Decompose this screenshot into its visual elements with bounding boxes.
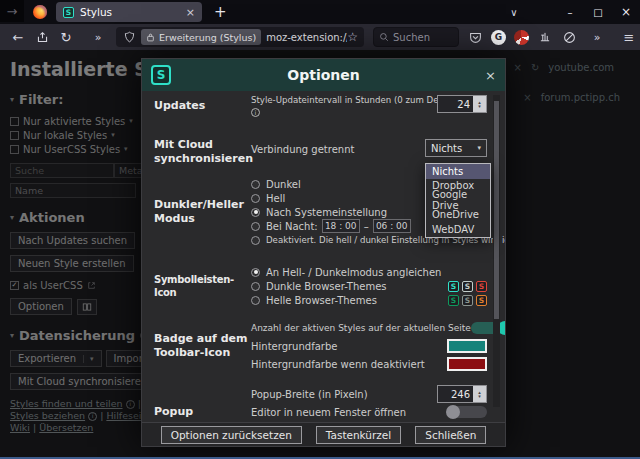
radio-icon[interactable] [251, 222, 260, 231]
badge-bg-disabled-label: Hintergrundfarbe wenn deaktiviert [251, 359, 425, 370]
dropdown-option-nichts[interactable]: Nichts [426, 164, 490, 179]
modal-scrollbar[interactable] [493, 95, 500, 407]
toolbar-overflow-icon[interactable]: » [86, 26, 110, 48]
blocker-icon[interactable] [561, 26, 577, 48]
stylus-icon-green: S [448, 295, 459, 306]
shield-icon[interactable] [122, 26, 136, 48]
stylus-icon-teal: S [448, 281, 459, 292]
radio-icon[interactable] [251, 194, 260, 203]
maximize-button[interactable]: □ [584, 0, 612, 24]
radio-icon-dark-themes[interactable]: Dunkle Browser-Themes S S S [251, 279, 487, 293]
stylus-icon-darkgray: S [462, 295, 473, 306]
extensions-overflow-icon[interactable]: » [585, 26, 609, 48]
modal-close-icon[interactable]: × [485, 68, 496, 83]
minimize-button[interactable]: – [556, 0, 584, 24]
url-text: moz-extension://b3cc3d04- [266, 32, 347, 43]
light-theme-icon-set: S S S [448, 295, 487, 306]
back-icon[interactable]: ← [6, 26, 30, 48]
popup-width-input[interactable] [438, 386, 473, 402]
translate-extension-icon[interactable] [537, 26, 553, 48]
modal-title: Optionen [142, 67, 505, 83]
titlebar: S Stylus × + ∨ – □ × [0, 0, 640, 24]
spinner-icon[interactable]: ▴▾ [473, 386, 486, 402]
new-tab-button[interactable]: + [214, 5, 227, 20]
toggle-knob [446, 405, 460, 419]
select-caret-icon: ▾ [477, 144, 481, 152]
search-icon [379, 32, 389, 42]
refresh-icon[interactable]: ↻ [54, 26, 78, 48]
tab-title: Stylus [80, 6, 186, 18]
dark-theme-icon-set: S S S [448, 281, 487, 292]
g-extension-icon[interactable]: G [491, 30, 506, 45]
stylus-icon-red: S [476, 281, 487, 292]
radio-selected-icon[interactable] [251, 208, 260, 217]
updates-label: Updates [154, 93, 251, 113]
search-input[interactable] [393, 32, 453, 43]
popup-width-stepper[interactable]: ▴▾ [437, 385, 487, 403]
menu-icon[interactable]: ≡ [617, 26, 640, 48]
forward-icon[interactable]: → [0, 0, 24, 22]
update-interval-input[interactable] [438, 96, 473, 112]
bookmark-star-icon[interactable]: ☆ [347, 30, 358, 44]
save-page-icon[interactable] [30, 26, 54, 48]
stylus-icon-orange: S [476, 295, 487, 306]
radio-selected-icon[interactable] [251, 268, 260, 277]
radio-icon[interactable] [251, 180, 260, 189]
night-start-input[interactable]: 18 : 00 [322, 219, 360, 233]
firefox-logo-icon [33, 5, 47, 19]
badge-bg-disabled-color-swatch[interactable] [447, 357, 487, 371]
night-end-input[interactable]: 06 : 00 [373, 219, 411, 233]
popup-width-label: Popup-Breite (in Pixeln) [251, 389, 368, 400]
stylus-favicon-icon: S [63, 7, 74, 18]
radio-icon-light-themes[interactable]: Helle Browser-Themes S S S [251, 293, 487, 307]
radio-icon[interactable] [251, 296, 260, 305]
close-window-button[interactable]: × [612, 0, 640, 24]
popup-editor-label: Editor in neuem Fenster öffnen [251, 407, 406, 418]
mode-label: Dunkler/Heller Modus [154, 198, 251, 227]
radio-icon-auto[interactable]: An Hell- / Dunkelmodus angleichen [251, 265, 487, 279]
sphere-extension-icon[interactable] [514, 30, 529, 45]
extension-chip-label: Erweiterung (Stylus) [159, 32, 256, 43]
modal-header: Optionen S × [142, 59, 505, 91]
stylus-icon-gray: S [462, 281, 473, 292]
badge-count-label: Anzahl der aktiven Styles auf der aktuel… [251, 323, 471, 333]
close-button[interactable]: Schließen [415, 426, 486, 444]
url-bar[interactable]: Erweiterung (Stylus) moz-extension://b3c… [116, 27, 364, 47]
toolbar-icon-label: Symbolleisten-Icon [154, 273, 251, 299]
badge-bg-label: Hintergrundfarbe [251, 341, 337, 352]
radio-icon[interactable] [251, 236, 260, 245]
cloud-provider-dropdown: Nichts Dropbox Google Drive OneDrive Web… [425, 163, 491, 238]
cloud-provider-select[interactable]: Nichts ▾ [425, 139, 487, 157]
popup-editor-toggle[interactable] [447, 406, 487, 418]
options-modal: Optionen S × Updates Style-Updateinterva… [141, 58, 506, 447]
list-tabs-icon[interactable]: ∨ [502, 7, 526, 18]
shortcuts-button[interactable]: Tastenkürzel [316, 426, 401, 444]
update-interval-stepper[interactable]: ▴▾ [437, 95, 487, 113]
extension-chip[interactable]: Erweiterung (Stylus) [141, 29, 261, 45]
tab-close-icon[interactable]: × [186, 6, 195, 19]
badge-bg-color-swatch[interactable] [447, 339, 487, 353]
search-box[interactable] [373, 27, 459, 47]
browser-window: S Stylus × + ∨ – □ × ← → ↻ » Erweiterung… [0, 0, 640, 459]
radio-icon[interactable] [251, 282, 260, 291]
dropdown-option-webdav[interactable]: WebDAV [426, 222, 490, 237]
tab-stylus[interactable]: S Stylus × [56, 2, 202, 22]
navigation-toolbar: ← → ↻ » Erweiterung (Stylus) moz-extensi… [0, 24, 640, 50]
scrollbar-thumb[interactable] [494, 101, 499, 319]
spinner-icon[interactable]: ▴▾ [473, 96, 486, 112]
popup-label: Popup [154, 405, 251, 419]
dropdown-option-google-drive[interactable]: Google Drive [426, 193, 490, 208]
badge-label: Badge auf dem Toolbar-Icon [154, 332, 251, 361]
reset-options-button[interactable]: Optionen zurücksetzen [161, 426, 302, 444]
extension-chip-icon [146, 33, 155, 42]
cloud-label: Mit Cloud synchronisieren [154, 138, 251, 167]
modal-body: Updates Style-Updateintervall in Stunden… [142, 91, 505, 422]
pocket-badge-icon[interactable] [467, 26, 483, 48]
modal-footer: Optionen zurücksetzen Tastenkürzel Schli… [142, 422, 505, 446]
info-icon[interactable]: i [251, 108, 260, 117]
